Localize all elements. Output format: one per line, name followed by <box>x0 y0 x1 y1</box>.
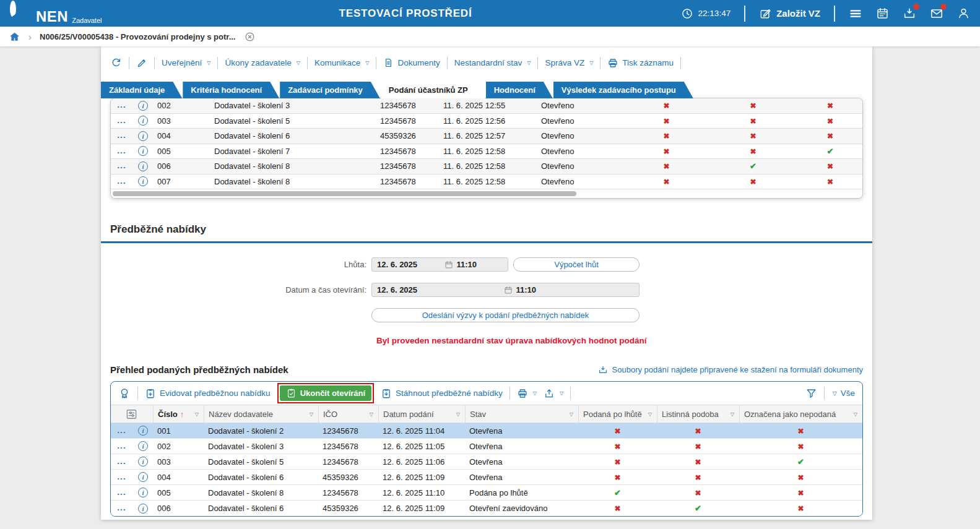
row-menu-icon[interactable]: ••• <box>118 507 126 512</box>
menu-ukony-zadavatele[interactable]: Úkony zadavatele▽ <box>225 58 300 67</box>
row-info[interactable]: i <box>133 472 153 482</box>
tab-pod-n-astn-k-zp[interactable]: Podání účastníků ZP <box>381 82 485 98</box>
row-menu-icon[interactable]: ••• <box>118 491 126 497</box>
filter-caret-icon[interactable]: ▽ <box>310 411 313 417</box>
print-table-button[interactable]: ▽ <box>517 388 537 399</box>
profile-button[interactable] <box>957 7 970 20</box>
row-menu-icon[interactable]: ••• <box>118 476 126 481</box>
tab-v-sledek-zad-vac-ho-postupu[interactable]: Výsledek zadávacího postupu <box>553 82 693 98</box>
filter-caret-icon[interactable]: ▽ <box>370 411 373 417</box>
column-header-listinn-podoba[interactable]: Listinná podoba▽ <box>657 405 739 423</box>
row-menu-icon[interactable]: ••• <box>118 104 126 110</box>
messages-button[interactable] <box>930 7 943 20</box>
row-menu[interactable]: ••• <box>111 457 133 467</box>
filter-button[interactable] <box>805 387 817 399</box>
row-info-icon[interactable]: i <box>138 131 148 141</box>
menu-dokumenty[interactable]: Dokumenty <box>383 58 440 68</box>
row-info[interactable]: i <box>133 504 153 514</box>
table-row[interactable]: •••i003Dodavatel - školení 51234567812. … <box>111 454 862 470</box>
row-menu[interactable]: ••• <box>111 442 133 451</box>
menu-nestandardni-stav[interactable]: Nestandardní stav▽ <box>454 58 531 67</box>
deadline-input[interactable]: 12. 6. 2025 11:10 <box>371 257 508 272</box>
row-menu[interactable]: ••• <box>111 473 133 482</box>
row-info-icon[interactable]: i <box>138 101 148 111</box>
opening-input[interactable]: 12. 6. 2025 11:10 <box>371 283 640 297</box>
row-info-icon[interactable]: i <box>138 161 148 171</box>
nen-logo[interactable]: NEN Zadavatel <box>10 4 102 24</box>
row-menu-icon[interactable]: ••• <box>118 134 126 140</box>
download-files-note[interactable]: Soubory podání najdete připravené ke sta… <box>598 365 863 375</box>
horizontal-scrollbar[interactable] <box>111 189 862 198</box>
close-record-button[interactable] <box>245 32 255 42</box>
scrollbar-thumb[interactable] <box>113 191 576 196</box>
download-offers-button[interactable]: Stáhnout předběžné nabídky <box>381 388 503 399</box>
row-info[interactable]: i <box>133 131 153 141</box>
row-menu[interactable]: ••• <box>111 177 133 186</box>
filter-caret-icon[interactable]: ▽ <box>648 411 652 417</box>
row-info-icon[interactable]: i <box>138 426 148 436</box>
breadcrumb-record[interactable]: N006/25/V00005438 - Provozování prodejny… <box>40 32 235 41</box>
row-info-icon[interactable]: i <box>138 457 148 467</box>
column-header-i-o[interactable]: IČO▽ <box>318 405 378 423</box>
table-row[interactable]: •••i006Dodavatel - školení 81234567811. … <box>111 159 862 174</box>
row-menu-icon[interactable]: ••• <box>118 119 126 125</box>
row-info[interactable]: i <box>133 441 153 451</box>
calendar-icon[interactable] <box>504 286 513 295</box>
send-call-button[interactable]: Odeslání výzvy k podání předběžných nabí… <box>371 308 640 322</box>
register-offer-button[interactable]: Evidovat předběžnou nabídku <box>145 388 271 399</box>
table-row[interactable]: •••i005Dodavatel - školení 71234567811. … <box>111 144 862 160</box>
home-button[interactable] <box>9 31 20 43</box>
row-menu[interactable]: ••• <box>111 116 133 126</box>
row-menu-icon[interactable]: ••• <box>118 150 126 155</box>
row-menu[interactable]: ••• <box>111 426 133 436</box>
row-info-icon[interactable]: i <box>138 441 148 451</box>
column-settings-icon[interactable] <box>111 405 153 423</box>
filter-caret-icon[interactable]: ▽ <box>731 411 734 417</box>
column-header-n-zev-dodavatele[interactable]: Název dodavatele▽ <box>204 405 318 423</box>
row-menu-icon[interactable]: ••• <box>118 445 126 450</box>
table-row[interactable]: •••i002Dodavatel - školení 31234567812. … <box>111 439 862 454</box>
column-header-podan-po-lh-t-[interactable]: Podaná po lhůtě▽ <box>578 405 657 423</box>
row-info-icon[interactable]: i <box>138 488 148 497</box>
row-info[interactable]: i <box>133 161 153 171</box>
row-menu[interactable]: ••• <box>111 161 133 171</box>
table-row[interactable]: •••i007Dodavatel - školení 81234567811. … <box>111 174 862 190</box>
tab-z-kladn-daje[interactable]: Základní údaje <box>101 82 182 98</box>
menu-komunikace[interactable]: Komunikace▽ <box>314 58 369 67</box>
refresh-button[interactable] <box>110 57 122 69</box>
tab-hodnocen-[interactable]: Hodnocení <box>486 82 553 98</box>
create-vz-button[interactable]: Založit VZ <box>759 7 820 20</box>
row-menu[interactable]: ••• <box>111 101 133 110</box>
export-button[interactable]: ▽ <box>544 388 563 399</box>
table-row[interactable]: •••i005Dodavatel - školení 81234567812. … <box>111 485 862 501</box>
menu-sprava-vz[interactable]: Správa VZ▽ <box>545 58 593 67</box>
tab-zad-vac-podm-nky[interactable]: Zadávací podmínky <box>280 82 380 98</box>
row-info-icon[interactable]: i <box>138 146 148 156</box>
column-header--slo[interactable]: Číslo↑▽ <box>153 405 204 423</box>
row-menu-icon[interactable]: ••• <box>118 180 126 186</box>
row-menu-icon[interactable]: ••• <box>118 460 126 466</box>
filter-caret-icon[interactable]: ▽ <box>570 411 573 417</box>
edit-button[interactable] <box>136 58 147 69</box>
table-row[interactable]: •••i004Dodavatel - školení 64535932612. … <box>111 470 862 485</box>
table-row[interactable]: •••i002Dodavatel - školení 31234567811. … <box>111 98 862 114</box>
award-button[interactable] <box>118 387 131 400</box>
row-menu[interactable]: ••• <box>111 147 133 156</box>
row-info-icon[interactable]: i <box>138 116 148 126</box>
row-menu[interactable]: ••• <box>111 488 133 497</box>
menu-uverejneni[interactable]: Uveřejnění▽ <box>162 58 210 67</box>
table-row[interactable]: •••i006Dodavatel - školení 64535932612. … <box>111 501 862 516</box>
table-row[interactable]: •••i001Dodavatel - školení 21234567812. … <box>111 423 862 439</box>
filter-caret-icon[interactable]: ▽ <box>456 411 460 417</box>
filter-caret-icon[interactable]: ▽ <box>195 411 199 417</box>
row-menu[interactable]: ••• <box>111 504 133 513</box>
filter-all-dropdown[interactable]: ▽ Vše <box>831 389 855 398</box>
tab-krit-ria-hodnocen-[interactable]: Kritéria hodnocení <box>183 82 279 98</box>
row-info[interactable]: i <box>133 101 153 111</box>
end-opening-button[interactable]: Ukončit otevírání <box>280 385 371 401</box>
row-info[interactable]: i <box>133 176 153 186</box>
row-info-icon[interactable]: i <box>138 472 148 482</box>
row-menu-icon[interactable]: ••• <box>118 429 126 435</box>
column-header-ozna-ena-jako-nepodan-[interactable]: Označena jako nepodaná▽ <box>739 405 862 423</box>
calendar-button[interactable] <box>876 7 889 20</box>
